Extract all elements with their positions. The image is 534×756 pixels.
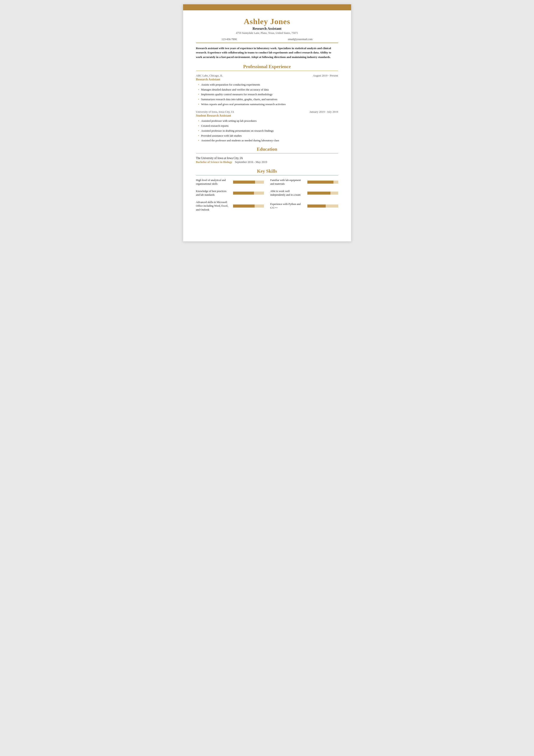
- skill-bar-1: [307, 180, 338, 184]
- experience-entry-0: ABC Labs, Chicago, ILAugust 2019 - Prese…: [196, 74, 338, 106]
- contact-row: 123-456-7890 email@youremail.com: [196, 38, 338, 41]
- resume-content: Ashley Jones Research Assistant 4759 Sun…: [183, 10, 351, 226]
- skill-bar-fill-1: [307, 180, 334, 184]
- skill-row-4: Advanced skills in Microsoft Office incl…: [196, 201, 264, 212]
- skill-bar-bg-4: [233, 204, 264, 207]
- bullet-item: Implements quality control measures for …: [198, 92, 338, 96]
- resume-page: Ashley Jones Research Assistant 4759 Sun…: [183, 4, 351, 241]
- skill-bar-5: [307, 204, 338, 208]
- header-divider: [196, 43, 338, 43]
- exp-company-0: ABC Labs, Chicago, IL: [196, 74, 223, 77]
- edu-school-0: The University of Iowa at Iowa City, IA: [196, 156, 338, 160]
- skill-label-4: Advanced skills in Microsoft Office incl…: [196, 201, 231, 212]
- skill-label-2: Knowledge of best practices and lab stan…: [196, 189, 231, 197]
- exp-company-1: University of Iowa, Iowa City, IA: [196, 110, 234, 114]
- phone: 123-456-7890: [221, 38, 237, 41]
- skill-bar-fill-5: [307, 204, 326, 207]
- skill-bar-gap-2: [254, 192, 264, 195]
- skills-grid: High level of analytical and organizatio…: [196, 178, 338, 215]
- skill-label-1: Familiar with lab equipment and material…: [270, 178, 305, 186]
- skill-row-5: Experience with Python and C/C++: [270, 201, 338, 212]
- skill-bar-gap-5: [326, 204, 338, 207]
- bullet-item: Assists with preparation for conducting …: [198, 83, 338, 87]
- skill-label-0: High level of analytical and organizatio…: [196, 178, 231, 186]
- skill-bar-bg-3: [307, 192, 338, 195]
- exp-header-0: ABC Labs, Chicago, ILAugust 2019 - Prese…: [196, 74, 338, 77]
- skills-section-title: Key Skills: [196, 169, 338, 174]
- experience-section-title: Professional Experience: [196, 64, 338, 69]
- education-section-title: Education: [196, 147, 338, 152]
- bullet-item: Assisted the professor and students as n…: [198, 138, 338, 143]
- edu-dates-0: September 2016 - May 2019: [235, 160, 267, 164]
- skill-bar-gap-3: [330, 192, 338, 195]
- header-section: Ashley Jones Research Assistant 4759 Sun…: [196, 17, 338, 35]
- skill-bar-bg-1: [307, 180, 338, 184]
- skill-bar-gap-0: [255, 180, 264, 184]
- skills-divider: [196, 175, 338, 176]
- address: 4759 Sunnydale Lane, Plano, Texas, Unite…: [196, 32, 338, 35]
- skill-row-0: High level of analytical and organizatio…: [196, 178, 264, 186]
- summary: Research assistant with two years of exp…: [196, 46, 338, 59]
- skill-bar-0: [233, 180, 264, 184]
- skill-bar-bg-2: [233, 192, 264, 195]
- exp-header-1: University of Iowa, Iowa City, IAJanuary…: [196, 110, 338, 114]
- skill-row-3: Able to work well independently and in a…: [270, 189, 338, 197]
- experience-entry-1: University of Iowa, Iowa City, IAJanuary…: [196, 110, 338, 143]
- candidate-name: Ashley Jones: [196, 17, 338, 26]
- education-divider: [196, 153, 338, 153]
- exp-role-1: Student Research Assistant: [196, 114, 338, 118]
- skill-bar-fill-4: [233, 204, 255, 207]
- bullet-item: Provided assistance with lab studies: [198, 134, 338, 138]
- education-entry-0: The University of Iowa at Iowa City, IAB…: [196, 156, 338, 164]
- skill-row-1: Familiar with lab equipment and material…: [270, 178, 338, 186]
- skill-bar-fill-2: [233, 192, 254, 195]
- bullet-item: Manages detailed database and verifies t…: [198, 88, 338, 92]
- skill-bar-fill-0: [233, 180, 255, 184]
- skill-bar-bg-5: [307, 204, 338, 207]
- bullet-item: Summarizes research data into tables, gr…: [198, 97, 338, 101]
- email: email@youremail.com: [288, 38, 312, 41]
- exp-dates-0: August 2019 - Present: [313, 74, 338, 77]
- bullet-item: Assisted professor with setting up lab p…: [198, 119, 338, 123]
- edu-degree-row-0: Bachelor of Science in BiologySeptember …: [196, 160, 338, 164]
- skill-bar-2: [233, 191, 264, 195]
- bullet-item: Created research reports: [198, 124, 338, 128]
- exp-bullets-1: Assisted professor with setting up lab p…: [196, 119, 338, 143]
- skill-label-3: Able to work well independently and in a…: [270, 189, 305, 197]
- skill-bar-gap-1: [333, 180, 338, 184]
- skill-label-5: Experience with Python and C/C++: [270, 202, 305, 210]
- top-bar: [183, 4, 351, 10]
- exp-bullets-0: Assists with preparation for conducting …: [196, 83, 338, 106]
- exp-dates-1: January 2019 - July 2019: [310, 110, 338, 114]
- exp-role-0: Research Assistant: [196, 78, 338, 81]
- skills-section: High level of analytical and organizatio…: [196, 178, 338, 215]
- skill-bar-3: [307, 191, 338, 195]
- skill-bar-gap-4: [255, 204, 264, 207]
- bullet-item: Writes reports and gives oral presentati…: [198, 102, 338, 106]
- experience-list: ABC Labs, Chicago, ILAugust 2019 - Prese…: [196, 74, 338, 143]
- skill-bar-fill-3: [307, 192, 330, 195]
- skill-bar-4: [233, 204, 264, 208]
- education-section: The University of Iowa at Iowa City, IAB…: [196, 156, 338, 164]
- edu-degree-0: Bachelor of Science in Biology: [196, 160, 232, 164]
- job-title: Research Assistant: [196, 27, 338, 31]
- skill-row-2: Knowledge of best practices and lab stan…: [196, 189, 264, 197]
- skill-bar-bg-0: [233, 180, 264, 184]
- bullet-item: Assisted professor in drafting presentat…: [198, 129, 338, 133]
